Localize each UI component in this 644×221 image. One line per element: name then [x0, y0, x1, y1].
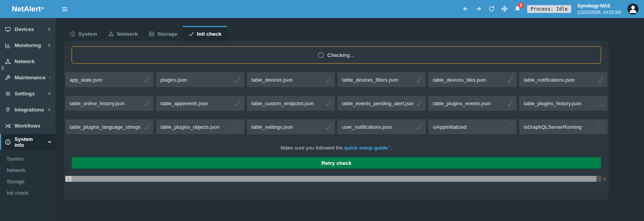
check-item-label: table_plugins_objects.json [161, 124, 233, 130]
sidebar-subitem-system[interactable]: System [0, 153, 55, 164]
check-icon: ✓ [597, 75, 606, 85]
sidebar-item-settings[interactable]: Settings [0, 86, 55, 102]
check-item-label: user_notifications.json [342, 124, 413, 130]
sidebar-subitem-network[interactable]: Network [0, 164, 55, 176]
check-item-table-devices-tiles-json: table_devices_tiles.json✓ [428, 72, 517, 87]
hub-icon [108, 31, 114, 37]
sidebar-item-label: System info [15, 136, 42, 148]
check-item-user-notifications-json: user_notifications.json✓ [338, 119, 426, 134]
sidebar-item-label: Integrations [15, 107, 44, 113]
scroll-right-button[interactable]: › [601, 176, 607, 182]
spinner-icon [318, 52, 324, 58]
storage-icon [149, 31, 155, 37]
setup-note-suffix: . [391, 145, 392, 151]
sidebar-item-workflows[interactable]: Workflows [0, 118, 55, 134]
sidebar-submenu: SystemNetworkStorageInit check [0, 150, 55, 221]
chevron-left-icon [47, 108, 52, 112]
retry-check-button[interactable]: Retry check [72, 157, 601, 169]
check-item-label: table_notifications.json [524, 77, 595, 83]
check-item-label: table_events_pending_alert.json [342, 100, 413, 106]
check-item-table-plugins-history-json: table_plugins_history.json [519, 96, 607, 111]
tab-init-check[interactable]: Init check [183, 26, 227, 41]
tab-label: Storage [157, 31, 177, 37]
sidebar-item-label: Devices [15, 26, 34, 32]
check-item-label: table_appevents.json [161, 100, 232, 106]
sidebar-subitem-init-check[interactable]: Init check [0, 187, 55, 199]
check-item-label: table_online_history.json [70, 100, 141, 106]
spinner-icon [597, 124, 604, 130]
check-item-label: app_state.json [70, 77, 141, 83]
check-icon: ✓ [143, 122, 152, 132]
sidebar-item-label: Settings [15, 91, 35, 97]
scrollbar-thumb[interactable] [72, 176, 596, 182]
check-icon: ✓ [506, 75, 515, 85]
check-icon: ✓ [325, 98, 334, 109]
tab-label: System [78, 31, 97, 37]
chevron-left-icon [47, 27, 52, 31]
check-icon: ✓ [415, 122, 424, 132]
device-info: Synology-NAS (12/12/2025, 14:22:16) [578, 3, 621, 15]
check-grid: app_state.json✓plugins.json✓table_device… [65, 72, 607, 134]
hamburger-icon [61, 6, 68, 13]
sidebar-item-monitoring[interactable]: Monitoring [0, 37, 55, 53]
check-icon: ✓ [415, 75, 424, 85]
sidebar-item-label: Workflows [15, 123, 41, 129]
check-item-isgraphqlserverrunning: isGraphQLServerRunning [519, 119, 607, 134]
notification-count-badge: 2 [518, 2, 524, 8]
plug-icon [0, 66, 6, 71]
brand-superscript: x [41, 5, 44, 10]
scroll-left-button[interactable]: ‹ [65, 176, 72, 182]
wrench-icon [5, 75, 11, 81]
chevron-left-icon [49, 75, 52, 80]
no-chevron [47, 124, 52, 128]
check-item-label: table_plugins_history.json [524, 100, 596, 106]
spinner-icon [597, 100, 604, 107]
horizontal-scrollbar[interactable]: ‹ › [65, 176, 607, 182]
check-item-table-appevents-json: table_appevents.json✓ [156, 96, 244, 111]
process-status-badge: Process: Idle [527, 5, 571, 13]
sidebar-subitem-storage[interactable]: Storage [0, 176, 55, 187]
check-item-table-custom-endpoint-json: table_custom_endpoint.json✓ [247, 96, 335, 111]
brand-logo[interactable]: NetAlertx [0, 0, 55, 18]
check-icon: ✓ [325, 75, 334, 85]
app-window: NetAlertx 2 Process: Idle [0, 0, 644, 221]
sidebar-item-label: Maintenance [15, 75, 46, 80]
setup-note: Make sure you followed the quick setup g… [65, 144, 607, 151]
back-arrow-icon[interactable] [462, 5, 469, 12]
check-item-label: table_devices_tiles.json [433, 77, 504, 83]
check-item-table-plugins-events-json: table_plugins_events.json✓ [428, 96, 517, 111]
tab-system[interactable]: System [64, 26, 103, 41]
init-check-panel: Checking… app_state.json✓plugins.json✓ta… [64, 41, 609, 200]
sidebar-item-maintenance[interactable]: Maintenance [0, 69, 55, 86]
sidebar-item-network[interactable]: Network [0, 53, 55, 69]
tab-storage[interactable]: Storage [143, 26, 183, 41]
user-avatar[interactable] [627, 4, 638, 15]
check-item-plugins-json: plugins.json✓ [156, 72, 244, 87]
setup-note-prefix: Make sure you followed the [280, 145, 344, 151]
check-item-label: table_plugins_language_strings.json [70, 124, 141, 130]
chevron-left-icon [47, 43, 52, 47]
sidebar-item-label: Monitoring [15, 42, 41, 48]
check-icon: ✓ [143, 98, 152, 109]
move-arrows-icon[interactable] [501, 5, 508, 12]
sidebar-item-system-info[interactable]: System info [0, 134, 55, 150]
refresh-icon[interactable] [488, 5, 495, 12]
check-item-table-events-pending-alert-json: table_events_pending_alert.json✓ [338, 96, 426, 111]
sidebar-toggle-button[interactable] [55, 0, 74, 18]
brand-text: NetAlert [12, 5, 41, 13]
plug-icon [5, 107, 11, 113]
quick-setup-guide-link[interactable]: quick setup guide [344, 145, 388, 151]
tab-network[interactable]: Network [103, 26, 143, 41]
check-item-table-notifications-json: table_notifications.json✓ [519, 72, 607, 87]
info-icon [70, 31, 76, 37]
forward-arrow-icon[interactable] [475, 5, 482, 12]
scrollbar-track[interactable] [596, 176, 601, 182]
main-content: SystemNetworkStorageInit check Checking…… [55, 18, 644, 221]
notifications-bell-icon[interactable]: 2 [514, 5, 521, 12]
monitor-icon [5, 26, 11, 33]
no-chevron [47, 59, 52, 64]
check-item-label: table_devices_filters.json [342, 77, 413, 83]
sidebar-item-integrations[interactable]: Integrations [0, 102, 55, 118]
checking-label: Checking… [327, 52, 355, 58]
sidebar-item-devices[interactable]: Devices [0, 21, 55, 37]
